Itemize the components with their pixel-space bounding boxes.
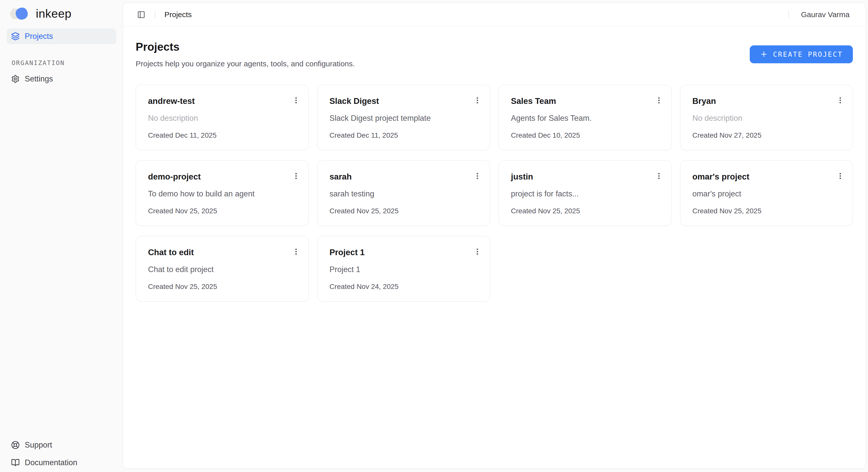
topbar-divider [788, 11, 789, 19]
main-panel: Projects Gaurav Varma Projects Projects … [123, 3, 866, 469]
project-card-created: Created Dec 11, 2025 [148, 131, 296, 140]
ellipsis-vertical-icon [292, 247, 300, 256]
layers-icon [11, 32, 20, 40]
project-card-description: To demo how to build an agent [148, 189, 296, 199]
project-card-description: No description [692, 113, 841, 123]
project-card-menu-button[interactable] [653, 170, 665, 182]
project-card-description: Project 1 [330, 264, 478, 275]
ellipsis-vertical-icon [292, 96, 300, 105]
project-card[interactable]: Project 1 Project 1 Created Nov 24, 2025 [317, 236, 490, 302]
sidebar-item-label: Support [25, 440, 52, 449]
project-card[interactable]: andrew-test No description Created Dec 1… [136, 85, 309, 150]
project-card-description: Slack Digest project template [330, 113, 478, 123]
project-card-created: Created Nov 25, 2025 [148, 207, 296, 216]
logo-wordmark: inkeep [36, 6, 72, 21]
project-card-title: Sales Team [511, 96, 659, 106]
project-card-description: project is for facts... [511, 189, 659, 199]
project-card-title: Project 1 [330, 247, 478, 257]
organization-section-label: ORGANIZATION [11, 59, 123, 67]
project-card-title: justin [511, 172, 659, 182]
project-card-created: Created Dec 10, 2025 [511, 131, 659, 140]
sidebar-item-label: Projects [25, 32, 53, 41]
page-subtitle: Projects help you organize your agents, … [136, 60, 355, 68]
projects-grid: andrew-test No description Created Dec 1… [123, 68, 866, 302]
project-card-description: Agents for Sales Team. [511, 113, 659, 123]
sidebar-item-label: Settings [25, 74, 53, 84]
project-card-title: demo-project [148, 172, 296, 182]
sidebar-item-support[interactable]: Support [6, 437, 116, 453]
ellipsis-vertical-icon [292, 172, 300, 180]
ellipsis-vertical-icon [655, 172, 663, 180]
project-card-menu-button[interactable] [834, 95, 846, 106]
inkeep-logo-icon [9, 7, 35, 20]
ellipsis-vertical-icon [473, 247, 482, 256]
project-card-menu-button[interactable] [472, 95, 483, 106]
project-card-title: Bryan [692, 96, 841, 106]
ellipsis-vertical-icon [473, 96, 482, 105]
project-card-title: omar's project [692, 172, 841, 182]
project-card[interactable]: justin project is for facts... Created N… [499, 160, 672, 226]
page-title: Projects [136, 40, 355, 54]
project-card[interactable]: demo-project To demo how to build an age… [136, 160, 309, 226]
sidebar-item-label: Documentation [25, 458, 78, 467]
sidebar-item-documentation[interactable]: Documentation [6, 455, 116, 471]
sidebar-toggle-button[interactable] [136, 9, 147, 20]
project-card[interactable]: Sales Team Agents for Sales Team. Create… [499, 85, 672, 150]
project-card-description: sarah testing [330, 189, 478, 199]
project-card-menu-button[interactable] [653, 95, 665, 106]
project-card[interactable]: omar's project omar's project Created No… [680, 160, 853, 226]
project-card[interactable]: Bryan No description Created Nov 27, 202… [680, 85, 853, 150]
ellipsis-vertical-icon [473, 172, 482, 180]
sidebar: inkeep Projects ORGANIZATION Settings Su… [0, 0, 123, 472]
project-card-created: Created Nov 25, 2025 [511, 207, 659, 216]
project-card[interactable]: sarah sarah testing Created Nov 25, 2025 [317, 160, 490, 226]
project-card-menu-button[interactable] [472, 246, 483, 257]
sidebar-footer: Support Documentation [0, 437, 123, 472]
page-header-text: Projects Projects help you organize your… [136, 40, 355, 68]
project-card-created: Created Nov 25, 2025 [692, 207, 841, 216]
project-card-description: No description [148, 113, 296, 123]
gear-icon [11, 75, 20, 83]
topbar: Projects Gaurav Varma [123, 3, 866, 26]
project-card-created: Created Dec 11, 2025 [330, 131, 478, 140]
project-card-title: andrew-test [148, 96, 296, 106]
sidebar-item-settings[interactable]: Settings [6, 71, 116, 87]
project-card-description: omar's project [692, 189, 841, 199]
project-card-title: Slack Digest [330, 96, 478, 106]
breadcrumb: Projects [164, 10, 192, 19]
book-open-icon [11, 459, 20, 467]
life-buoy-icon [11, 441, 20, 449]
project-card-created: Created Nov 27, 2025 [692, 131, 841, 140]
project-card-menu-button[interactable] [290, 95, 302, 106]
project-card[interactable]: Chat to edit Chat to edit project Create… [136, 236, 309, 302]
logo: inkeep [9, 6, 123, 21]
create-project-button-label: CREATE PROJECT [773, 51, 843, 58]
project-card-description: Chat to edit project [148, 264, 296, 275]
project-card-title: sarah [330, 172, 478, 182]
logo-blue-blob-shape [16, 7, 28, 20]
plus-icon [760, 50, 768, 58]
project-card-menu-button[interactable] [834, 170, 846, 182]
project-card-created: Created Nov 25, 2025 [330, 207, 478, 216]
project-card-created: Created Nov 24, 2025 [330, 282, 478, 291]
project-card-created: Created Nov 25, 2025 [148, 282, 296, 291]
project-card-title: Chat to edit [148, 247, 296, 257]
ellipsis-vertical-icon [836, 172, 844, 180]
ellipsis-vertical-icon [655, 96, 663, 105]
panel-left-icon [137, 10, 145, 19]
create-project-button[interactable]: CREATE PROJECT [750, 45, 853, 63]
project-card-menu-button[interactable] [472, 170, 483, 182]
project-card-menu-button[interactable] [290, 246, 302, 257]
project-card[interactable]: Slack Digest Slack Digest project templa… [317, 85, 490, 150]
project-card-menu-button[interactable] [290, 170, 302, 182]
page-header: Projects Projects help you organize your… [123, 26, 866, 68]
sidebar-item-projects[interactable]: Projects [6, 29, 116, 44]
ellipsis-vertical-icon [836, 96, 844, 105]
topbar-right: Gaurav Varma [788, 10, 849, 19]
topbar-divider [155, 11, 155, 19]
user-menu-button[interactable]: Gaurav Varma [801, 10, 849, 19]
